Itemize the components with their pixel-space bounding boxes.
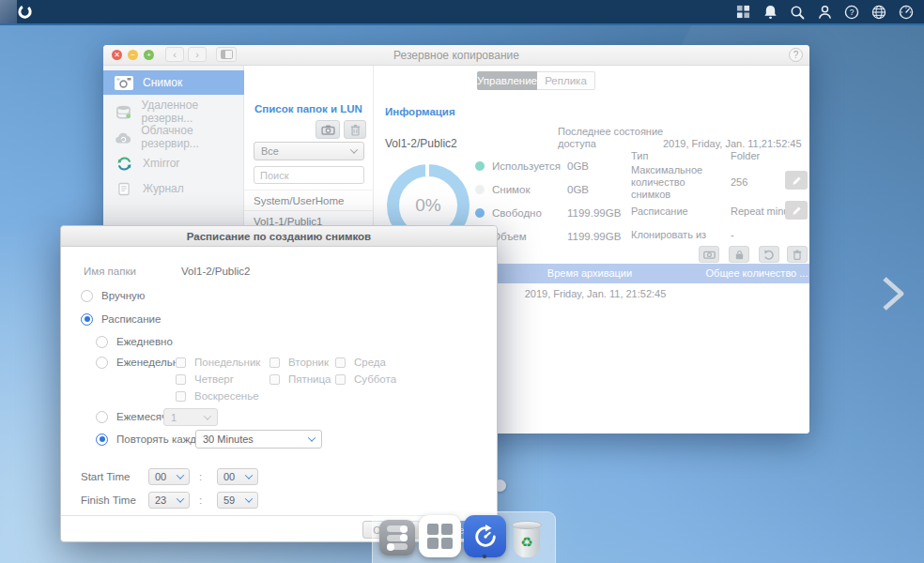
delete-snapshot-button[interactable] bbox=[344, 120, 366, 139]
search-icon[interactable] bbox=[789, 4, 806, 21]
camera-icon bbox=[321, 125, 335, 135]
weekday-saturday[interactable]: Суббота bbox=[335, 372, 396, 387]
filter-value: Все bbox=[261, 145, 279, 157]
help-icon[interactable]: ? bbox=[843, 4, 860, 21]
column-total-count[interactable]: Общее количество ... bbox=[704, 267, 809, 279]
language-icon[interactable] bbox=[870, 4, 887, 21]
camera-icon bbox=[703, 250, 716, 259]
checkbox-tuesday[interactable] bbox=[270, 358, 280, 368]
option-weekly[interactable]: Еженедельно bbox=[96, 355, 184, 370]
radio-manual[interactable] bbox=[81, 290, 93, 302]
folder-search-input[interactable] bbox=[254, 166, 364, 184]
snapshot-lock-button[interactable] bbox=[729, 246, 749, 263]
dock-backup-station-icon[interactable] bbox=[464, 515, 506, 557]
sidebar-item-label: Удаленное резервн... bbox=[141, 99, 244, 125]
monthly-day-dropdown[interactable]: 1 bbox=[163, 408, 218, 426]
weekday-wednesday[interactable]: Среда bbox=[335, 355, 386, 370]
snapshot-delete-button[interactable] bbox=[787, 246, 808, 263]
repeat-interval-dropdown[interactable]: 30 Minutes bbox=[195, 430, 322, 449]
weekday-sunday[interactable]: Воскресенье bbox=[176, 388, 259, 403]
detail-label-clone-from: Клонировать из bbox=[631, 229, 706, 240]
weekday-friday[interactable]: Пятница bbox=[270, 372, 331, 387]
finish-minute-dropdown[interactable]: 59 bbox=[217, 492, 258, 509]
sidebar-item-log[interactable]: Журнал bbox=[103, 176, 244, 201]
window-titlebar[interactable]: ✕ − + ‹ › Резервное копирование ? bbox=[103, 45, 809, 66]
checkbox-friday[interactable] bbox=[270, 374, 280, 385]
tab-label: Реплика bbox=[545, 75, 587, 86]
topbar: ? bbox=[0, 0, 924, 23]
sidebar-item-snapshot[interactable]: Снимок bbox=[103, 70, 244, 95]
trash-icon bbox=[350, 124, 361, 136]
option-manual[interactable]: Вручную bbox=[81, 288, 145, 303]
radio-monthly[interactable] bbox=[96, 411, 108, 423]
archive-time-cell: 2019, Friday, Jan. 11, 21:52:45 bbox=[525, 288, 667, 299]
chevron-down-icon bbox=[177, 495, 184, 502]
radio-repeat-selected[interactable] bbox=[96, 434, 108, 446]
sidebar-item-remote-backup[interactable]: Удаленное резервн... bbox=[103, 99, 244, 124]
dock-app-center-icon[interactable] bbox=[419, 515, 461, 557]
user-icon[interactable] bbox=[816, 4, 833, 21]
weekday-label: Среда bbox=[354, 357, 386, 368]
dock-control-panel-icon[interactable] bbox=[379, 520, 415, 555]
checkbox-thursday[interactable] bbox=[176, 374, 186, 385]
sidebar-item-xmirror[interactable]: Xmirror bbox=[103, 151, 244, 175]
weekday-monday[interactable]: Понедельник bbox=[176, 355, 260, 370]
window-title: Резервное копирование bbox=[103, 49, 809, 62]
column-archive-time[interactable]: Время архивации bbox=[496, 267, 684, 279]
checkbox-sunday[interactable] bbox=[176, 391, 186, 402]
radio-daily[interactable] bbox=[96, 336, 108, 348]
dialog-title[interactable]: Расписание по созданию снимков bbox=[61, 226, 497, 247]
radio-weekly[interactable] bbox=[96, 357, 108, 369]
repeat-interval-value: 30 Minutes bbox=[203, 434, 254, 445]
option-label: Еженедельно bbox=[116, 357, 184, 368]
option-label: Вручную bbox=[101, 290, 145, 301]
sidebar-item-cloud-backup[interactable]: Облачное резервир... bbox=[103, 125, 244, 149]
folder-name-value: Vol1-2/Public2 bbox=[181, 264, 251, 279]
detail-label-schedule: Расписание bbox=[631, 205, 688, 217]
sidebar-item-label: Облачное резервир... bbox=[141, 124, 244, 150]
snapshot-camera-button[interactable] bbox=[699, 246, 719, 263]
start-hour-value: 00 bbox=[155, 471, 166, 482]
radio-schedule-selected[interactable] bbox=[81, 313, 93, 326]
next-desktop-arrow[interactable] bbox=[879, 274, 907, 317]
edit-schedule-button[interactable] bbox=[785, 201, 808, 220]
app-grid-glyph bbox=[427, 524, 453, 549]
svg-text:?: ? bbox=[850, 8, 855, 17]
weekday-label: Понедельник bbox=[194, 357, 260, 368]
chevron-down-icon bbox=[245, 471, 253, 479]
table-row[interactable]: 2019, Friday, Jan. 11, 21:52:45 bbox=[496, 288, 695, 299]
tab-label: Управление bbox=[477, 75, 537, 86]
tab-replica[interactable]: Реплика bbox=[537, 71, 595, 90]
window-help-button[interactable]: ? bbox=[789, 48, 803, 62]
topbar-icons: ? bbox=[734, 0, 915, 23]
folder-filter-dropdown[interactable]: Все bbox=[254, 142, 364, 160]
option-daily[interactable]: Ежедневно bbox=[96, 334, 173, 349]
start-minute-dropdown[interactable]: 00 bbox=[217, 468, 258, 485]
weekday-label: Четверг bbox=[194, 373, 234, 385]
notifications-icon[interactable] bbox=[762, 4, 778, 21]
folder-list-item[interactable]: System/UserHome bbox=[244, 190, 374, 210]
toggle-row bbox=[387, 525, 408, 532]
checkbox-wednesday[interactable] bbox=[335, 358, 346, 368]
legend-dot-snapshot bbox=[475, 185, 485, 194]
folder-panel-title: Список папок и LUN bbox=[254, 103, 362, 114]
main-menu-icon[interactable] bbox=[734, 4, 751, 21]
snapshot-revert-button[interactable] bbox=[759, 246, 779, 263]
start-hour-dropdown[interactable]: 00 bbox=[148, 468, 190, 485]
option-repeat[interactable]: Повторять каждые bbox=[96, 432, 210, 447]
tab-management[interactable]: Управление bbox=[477, 71, 537, 90]
weekday-thursday[interactable]: Четверг bbox=[176, 372, 234, 387]
resource-monitor-icon[interactable] bbox=[898, 4, 915, 21]
checkbox-monday[interactable] bbox=[176, 358, 186, 368]
take-snapshot-button[interactable] bbox=[316, 120, 340, 139]
dock-recycle-bin-icon[interactable]: ♻ bbox=[511, 521, 543, 558]
edit-max-snapshots-button[interactable] bbox=[785, 171, 808, 190]
option-schedule[interactable]: Расписание bbox=[81, 312, 161, 327]
checkbox-saturday[interactable] bbox=[335, 374, 346, 385]
qnap-logo-icon[interactable] bbox=[17, 4, 33, 23]
finish-hour-dropdown[interactable]: 23 bbox=[148, 492, 190, 509]
chevron-down-icon bbox=[308, 434, 316, 441]
legend-value: 1199.99GB bbox=[567, 207, 621, 219]
weekday-tuesday[interactable]: Вторник bbox=[270, 355, 329, 370]
pencil-icon bbox=[792, 205, 802, 216]
